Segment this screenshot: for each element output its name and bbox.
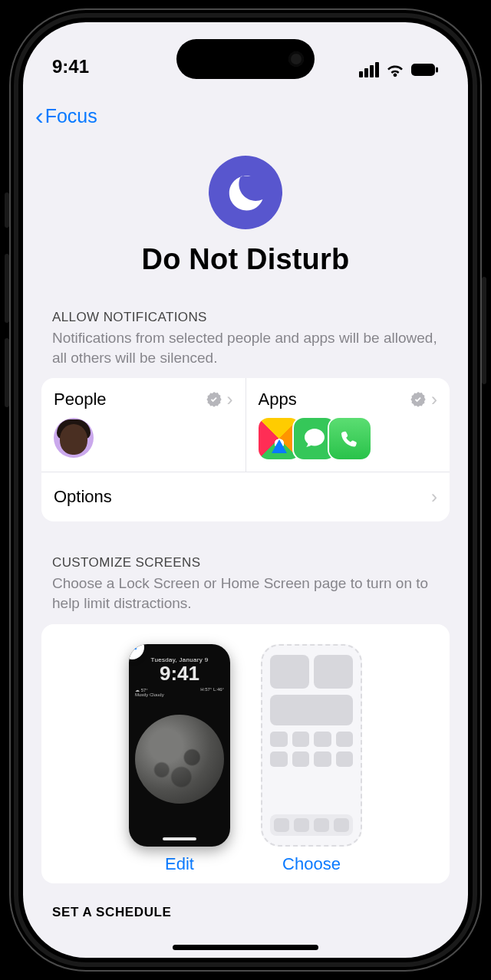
lock-time: 9:41	[129, 663, 230, 683]
options-row[interactable]: Options ›	[41, 472, 450, 521]
section-header-description: Notifications from selected people and a…	[41, 325, 450, 367]
choose-button[interactable]: Choose	[282, 854, 341, 874]
section-header-label: SET A SCHEDULE	[52, 905, 439, 920]
home-screen-placeholder[interactable]	[261, 644, 362, 847]
checkmark-seal-icon	[206, 391, 222, 408]
nav-bar: ‹ Focus	[23, 96, 468, 136]
contact-avatar	[54, 418, 94, 458]
section-header-label: CUSTOMIZE SCREENS	[41, 555, 450, 571]
back-label: Focus	[45, 105, 97, 127]
volume-up-button	[5, 254, 9, 323]
allow-notifications-card: People › Apps	[41, 378, 450, 521]
options-label: Options	[54, 487, 112, 507]
status-time: 9:41	[52, 56, 89, 77]
wifi-icon	[385, 62, 405, 77]
checkmark-seal-icon	[410, 391, 427, 408]
battery-icon	[411, 63, 439, 77]
cellular-icon	[359, 62, 379, 77]
moon-icon	[209, 156, 282, 229]
side-button	[482, 277, 486, 384]
screen: 9:41 ‹ Focus Do Not Disturb	[23, 22, 468, 958]
chevron-right-icon: ›	[227, 389, 233, 410]
apps-row	[259, 418, 438, 459]
front-camera-icon	[288, 51, 304, 67]
svg-rect-1	[436, 67, 438, 73]
iphone-frame: 9:41 ‹ Focus Do Not Disturb	[9, 8, 482, 972]
mute-switch	[5, 192, 9, 228]
dynamic-island	[176, 39, 315, 79]
edit-button[interactable]: Edit	[165, 854, 194, 874]
allow-notifications-header: ALLOW NOTIFICATIONS Notifications from s…	[41, 310, 450, 367]
set-schedule-header: SET A SCHEDULE	[41, 905, 450, 920]
page-title: Do Not Disturb	[41, 243, 450, 276]
people-label: People	[54, 390, 107, 409]
back-button[interactable]: ‹ Focus	[35, 104, 97, 128]
lock-screen-column: – Tuesday, January 9 9:41 ☁︎ 57°Mostly C…	[129, 644, 230, 874]
chevron-left-icon: ‹	[35, 104, 44, 128]
apps-label: Apps	[259, 390, 297, 409]
customize-screens-header: CUSTOMIZE SCREENS Choose a Lock Screen o…	[41, 555, 450, 613]
chevron-right-icon: ›	[431, 486, 437, 508]
customize-screens-card: – Tuesday, January 9 9:41 ☁︎ 57°Mostly C…	[41, 624, 450, 883]
chevron-right-icon: ›	[431, 389, 437, 410]
content-scroll[interactable]: Do Not Disturb ALLOW NOTIFICATIONS Notif…	[23, 136, 468, 958]
home-indicator[interactable]	[173, 945, 318, 950]
home-screen-column: Choose	[261, 644, 362, 874]
people-cell[interactable]: People ›	[41, 378, 246, 472]
home-indicator-icon	[163, 837, 196, 840]
volume-down-button	[5, 338, 9, 407]
focus-hero: Do Not Disturb	[41, 156, 450, 276]
apps-cell[interactable]: Apps ›	[246, 378, 450, 472]
svg-rect-0	[411, 64, 435, 76]
section-header-description: Choose a Lock Screen or Home Screen page…	[41, 571, 450, 613]
moon-wallpaper-icon	[135, 715, 224, 804]
phone-app-icon	[329, 418, 371, 459]
section-header-label: ALLOW NOTIFICATIONS	[41, 310, 450, 325]
lock-screen-preview[interactable]: – Tuesday, January 9 9:41 ☁︎ 57°Mostly C…	[129, 644, 230, 847]
